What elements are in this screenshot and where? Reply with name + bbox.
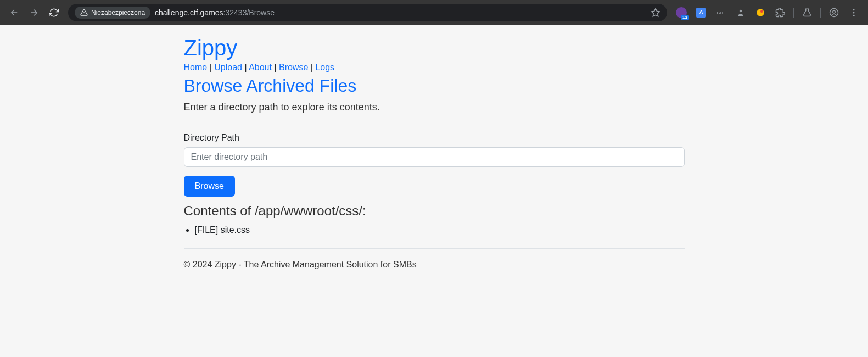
nav-upload[interactable]: Upload [214, 63, 242, 72]
svg-point-3 [757, 9, 764, 16]
svg-point-4 [760, 10, 763, 13]
footer-text: © 2024 Zippy - The Archive Management So… [184, 260, 685, 270]
directory-path-input[interactable] [184, 147, 685, 167]
contents-heading: Contents of /app/wwwroot/css/: [184, 203, 685, 219]
toolbar-extensions: 13 A GIT [671, 6, 864, 19]
directory-path-label: Directory Path [184, 133, 685, 143]
extension-badge: 13 [681, 15, 689, 20]
browse-button[interactable]: Browse [184, 176, 235, 197]
extension-icon[interactable] [754, 6, 767, 19]
svg-marker-0 [652, 8, 660, 16]
extensions-icon[interactable] [774, 6, 787, 19]
nav-browse[interactable]: Browse [279, 63, 308, 72]
address-bar[interactable]: Niezabezpieczona challenge.ctf.games:324… [68, 4, 667, 21]
nav-about[interactable]: About [249, 63, 272, 72]
back-button[interactable] [7, 5, 22, 20]
reload-button[interactable] [46, 5, 61, 20]
extension-icon[interactable] [734, 6, 747, 19]
svg-point-2 [740, 9, 742, 12]
nav-home[interactable]: Home [184, 63, 208, 72]
separator [793, 8, 794, 18]
labs-icon[interactable] [800, 6, 814, 19]
svg-point-6 [833, 10, 836, 13]
svg-point-7 [853, 9, 855, 10]
extension-icon[interactable]: 13 [675, 6, 688, 19]
extension-icon[interactable]: A [695, 6, 708, 19]
security-chip[interactable]: Niezabezpieczona [75, 7, 150, 19]
site-title: Zippy [184, 36, 685, 60]
page-heading: Browse Archived Files [184, 76, 685, 96]
nav-links: Home | Upload | About | Browse | Logs [184, 63, 685, 72]
list-item: [FILE] site.css [195, 225, 685, 235]
nav-logs[interactable]: Logs [315, 63, 334, 72]
svg-point-8 [853, 12, 855, 13]
svg-text:GIT: GIT [717, 10, 724, 15]
url-host: challenge.ctf.games [155, 8, 223, 17]
svg-point-9 [853, 14, 855, 16]
page-content: Zippy Home | Upload | About | Browse | L… [184, 25, 685, 281]
bookmark-star-icon[interactable] [651, 8, 660, 18]
separator [820, 8, 821, 18]
menu-icon[interactable] [847, 6, 860, 19]
warning-icon [80, 9, 88, 16]
profile-icon[interactable] [827, 6, 841, 19]
extension-icon[interactable]: GIT [714, 6, 727, 19]
divider [184, 248, 685, 249]
forward-button[interactable] [26, 5, 42, 20]
file-list: [FILE] site.css [184, 225, 685, 235]
security-label: Niezabezpieczona [91, 9, 145, 16]
url-path: :32433/Browse [223, 8, 275, 17]
page-description: Enter a directory path to explore its co… [184, 102, 685, 113]
browser-toolbar: Niezabezpieczona challenge.ctf.games:324… [0, 0, 868, 25]
url-text: challenge.ctf.games:32433/Browse [155, 8, 275, 17]
